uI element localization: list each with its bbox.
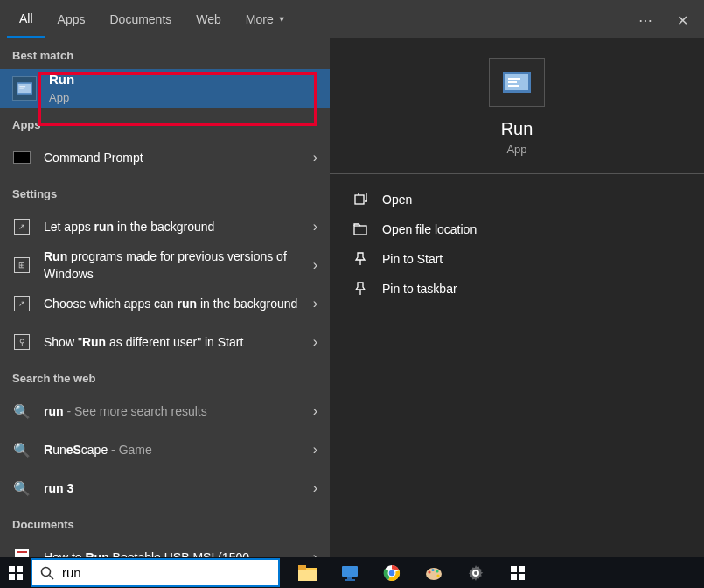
svg-rect-21 [347, 577, 352, 579]
preview-title: Run [501, 119, 533, 139]
result-web-run[interactable]: 🔍 run - See more search results › [0, 392, 330, 430]
result-setting-runas[interactable]: ⚲ Show "Run as different user" in Start … [0, 323, 330, 361]
svg-rect-14 [17, 574, 23, 580]
section-web: Search the web [0, 361, 330, 392]
section-best-match: Best match [0, 38, 330, 69]
settings-icon: ⊞ [12, 256, 31, 275]
svg-rect-9 [355, 195, 364, 204]
svg-rect-13 [9, 574, 15, 580]
taskbar-security[interactable] [497, 557, 539, 588]
preview-sub: App [506, 143, 526, 156]
preview-app-icon [489, 58, 545, 107]
chevron-right-icon: › [313, 403, 317, 419]
search-flyout: All Apps Documents Web More ▼ ⋯ ✕ Best m… [0, 0, 704, 557]
search-icon: 🔍 [12, 402, 31, 421]
search-input[interactable] [62, 565, 278, 580]
svg-point-15 [42, 567, 51, 576]
tab-apps[interactable]: Apps [45, 2, 98, 37]
svg-rect-19 [298, 570, 317, 581]
result-label: How to Run Bootable USB MSI (1500 [44, 549, 306, 557]
more-options-button[interactable]: ⋯ [631, 9, 659, 32]
tab-web[interactable]: Web [184, 2, 234, 37]
action-pin-start[interactable]: Pin to Start [330, 244, 704, 274]
taskbar-paint[interactable] [413, 557, 455, 588]
svg-point-30 [436, 574, 439, 577]
svg-point-28 [431, 568, 434, 570]
chevron-right-icon: › [313, 257, 317, 273]
chevron-right-icon: › [313, 219, 317, 234]
search-icon: 🔍 [12, 479, 31, 498]
svg-rect-22 [345, 579, 355, 581]
result-label: run 3 [44, 480, 306, 497]
action-label: Pin to Start [382, 252, 443, 266]
open-icon [352, 192, 368, 207]
tab-documents[interactable]: Documents [97, 2, 184, 37]
search-icon: 🔍 [12, 440, 31, 459]
chevron-down-icon: ▼ [278, 15, 286, 24]
action-pin-taskbar[interactable]: Pin to taskbar [330, 274, 704, 304]
chevron-right-icon: › [313, 296, 317, 312]
result-web-runescape[interactable]: 🔍 RuneScape - Game › [0, 430, 330, 469]
document-icon [12, 548, 31, 557]
settings-icon: ↗ [12, 217, 31, 236]
preview-pane: Run App Open Open file location Pin to S… [330, 38, 704, 557]
command-prompt-icon [12, 148, 31, 167]
results-list: Best match Run App Apps Command Prompt ›… [0, 38, 330, 557]
tab-more[interactable]: More ▼ [234, 2, 298, 37]
svg-rect-20 [342, 566, 358, 577]
svg-rect-34 [519, 574, 525, 580]
search-tabs: All Apps Documents Web More ▼ ⋯ ✕ [0, 0, 704, 38]
preview-actions: Open Open file location Pin to Start Pin… [330, 174, 704, 314]
taskbar-chrome[interactable] [371, 557, 413, 588]
folder-location-icon [352, 221, 368, 237]
result-setting-compat[interactable]: ⊞ Run programs made for previous version… [0, 246, 330, 284]
chevron-right-icon: › [313, 442, 317, 458]
chevron-right-icon: › [313, 550, 317, 557]
result-web-run3[interactable]: 🔍 run 3 › [0, 469, 330, 508]
result-label: Let apps run in the background [44, 218, 306, 235]
action-label: Pin to taskbar [382, 282, 457, 296]
taskbar-settings[interactable] [455, 557, 497, 588]
result-label: RuneScape - Game [44, 441, 306, 458]
svg-rect-33 [511, 574, 517, 580]
tab-all[interactable]: All [7, 1, 45, 38]
result-label: Show "Run as different user" in Start [44, 333, 306, 351]
result-label: Command Prompt [44, 149, 306, 166]
action-open-location[interactable]: Open file location [330, 214, 704, 244]
chevron-right-icon: › [313, 480, 317, 496]
svg-rect-10 [354, 226, 366, 234]
taskbar-search-box[interactable] [31, 558, 280, 587]
svg-rect-11 [9, 566, 15, 572]
section-settings: Settings [0, 177, 330, 207]
result-setting-choose-bg[interactable]: ↗ Choose which apps can run in the backg… [0, 284, 330, 323]
result-command-prompt[interactable]: Command Prompt › [0, 138, 330, 177]
result-label: run - See more search results [44, 402, 306, 420]
svg-point-25 [389, 570, 395, 576]
section-apps: Apps [0, 108, 330, 138]
svg-point-29 [436, 570, 438, 572]
svg-rect-12 [17, 566, 23, 572]
section-documents: Documents [0, 508, 330, 538]
settings-icon: ↗ [12, 294, 31, 313]
svg-rect-32 [519, 566, 525, 572]
settings-icon: ⚲ [12, 332, 31, 352]
start-button[interactable] [0, 557, 31, 588]
result-label: Run programs made for previous versions … [44, 248, 306, 284]
svg-line-16 [50, 575, 54, 579]
best-match-title: Run [49, 70, 317, 89]
close-button[interactable]: ✕ [670, 9, 695, 32]
result-setting-bg-apps[interactable]: ↗ Let apps run in the background › [0, 207, 330, 246]
search-icon [32, 566, 62, 580]
tab-more-label: More [246, 12, 274, 26]
pin-taskbar-icon [352, 281, 368, 297]
svg-rect-18 [298, 565, 306, 570]
best-match-run[interactable]: Run App [0, 69, 330, 108]
chevron-right-icon: › [313, 334, 317, 350]
taskbar-app-monitor[interactable] [329, 557, 371, 588]
run-app-icon [12, 76, 37, 101]
taskbar-file-explorer[interactable] [287, 557, 329, 588]
result-document[interactable]: How to Run Bootable USB MSI (1500 › [0, 538, 330, 557]
result-label: Choose which apps can run in the backgro… [44, 295, 306, 312]
chevron-right-icon: › [313, 150, 317, 165]
action-open[interactable]: Open [330, 185, 704, 214]
